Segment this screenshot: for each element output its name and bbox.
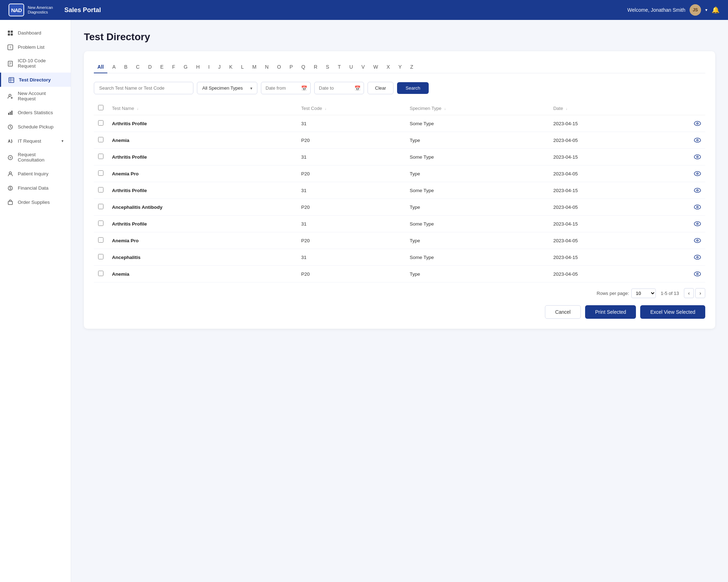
sidebar-label-order-supplies: Order Supplies — [18, 200, 50, 205]
alpha-tab-g[interactable]: G — [180, 61, 191, 73]
alpha-tab-s[interactable]: S — [322, 61, 333, 73]
alpha-tab-l[interactable]: L — [237, 61, 247, 73]
prev-page-button[interactable]: ‹ — [684, 288, 694, 298]
alpha-tab-v[interactable]: V — [358, 61, 368, 73]
alpha-tab-y[interactable]: Y — [395, 61, 405, 73]
action-footer: Cancel Print Selected Excel View Selecte… — [94, 305, 705, 319]
alpha-tab-p[interactable]: P — [286, 61, 296, 73]
specimen-type-sort-icon[interactable]: ↓ — [444, 107, 446, 111]
rows-per-page-select[interactable]: 10 25 50 — [631, 289, 656, 298]
sidebar-item-problem-list[interactable]: ! Problem List — [0, 40, 71, 54]
sidebar-item-financial-data[interactable]: $ Financial Data — [0, 181, 71, 195]
row-specimen-type: Some Type — [405, 249, 549, 266]
row-test-name: Ancephalitis Antibody — [108, 199, 297, 216]
alpha-tab-a[interactable]: A — [109, 61, 119, 73]
row-date: 2023-04-05 — [549, 266, 655, 282]
alpha-tab-c[interactable]: C — [133, 61, 143, 73]
alpha-tab-n[interactable]: N — [261, 61, 272, 73]
notification-bell-icon[interactable]: 🔔 — [712, 6, 719, 14]
alpha-tab-m[interactable]: M — [249, 61, 260, 73]
row-checkbox[interactable] — [98, 204, 103, 209]
view-row-button[interactable] — [659, 220, 701, 227]
alpha-tab-z[interactable]: Z — [407, 61, 417, 73]
alpha-tab-f[interactable]: F — [168, 61, 179, 73]
sidebar-label-it-request: IT Request — [18, 138, 41, 144]
clear-button[interactable]: Clear — [368, 82, 394, 94]
problem-list-icon: ! — [7, 44, 14, 50]
view-row-button[interactable] — [659, 237, 701, 244]
row-checkbox[interactable] — [98, 254, 103, 259]
row-checkbox[interactable] — [98, 170, 103, 176]
alpha-tab-h[interactable]: H — [193, 61, 203, 73]
svg-rect-0 — [8, 31, 10, 33]
row-date: 2023-04-05 — [549, 132, 655, 149]
alpha-tab-all[interactable]: All — [94, 61, 107, 73]
alpha-tab-t[interactable]: T — [334, 61, 344, 73]
sidebar-item-dashboard[interactable]: Dashboard — [0, 26, 71, 40]
alpha-tab-r[interactable]: R — [310, 61, 321, 73]
alpha-tab-x[interactable]: X — [383, 61, 393, 73]
view-row-button[interactable] — [659, 254, 701, 261]
row-checkbox[interactable] — [98, 137, 103, 142]
row-checkbox[interactable] — [98, 221, 103, 226]
row-date: 2023-04-05 — [549, 165, 655, 182]
test-name-sort-icon[interactable]: ↓ — [137, 107, 139, 111]
sidebar-item-new-account[interactable]: New Account Request — [0, 87, 71, 105]
row-date: 2023-04-05 — [549, 232, 655, 249]
alpha-tab-b[interactable]: B — [121, 61, 131, 73]
view-row-button[interactable] — [659, 137, 701, 144]
alpha-tab-i[interactable]: I — [205, 61, 213, 73]
date-from-input[interactable] — [261, 82, 311, 94]
alpha-tab-k[interactable]: K — [226, 61, 236, 73]
row-checkbox[interactable] — [98, 271, 103, 276]
view-row-button[interactable] — [659, 153, 701, 160]
row-test-code: P20 — [297, 232, 405, 249]
alpha-tab-o[interactable]: O — [274, 61, 285, 73]
svg-point-14 — [9, 94, 11, 96]
financial-data-icon: $ — [7, 185, 14, 191]
sidebar-item-icd10[interactable]: ICD-10 Code Request — [0, 54, 71, 73]
sidebar-item-test-directory[interactable]: Test Directory — [0, 73, 71, 87]
row-specimen-type: Type — [405, 199, 549, 216]
view-row-button[interactable] — [659, 120, 701, 127]
next-page-button[interactable]: › — [695, 288, 705, 298]
alpha-tab-e[interactable]: E — [157, 61, 167, 73]
view-row-button[interactable] — [659, 270, 701, 277]
alpha-tab-j[interactable]: J — [215, 61, 224, 73]
sidebar-item-schedule-pickup[interactable]: Schedule Pickup — [0, 120, 71, 134]
alpha-tab-d[interactable]: D — [145, 61, 155, 73]
sidebar-label-new-account: New Account Request — [18, 91, 64, 101]
print-selected-button[interactable]: Print Selected — [585, 305, 636, 319]
table-row: Anemia P20 Type 2023-04-05 — [94, 132, 705, 149]
sidebar-item-it-request[interactable]: IT Request ▾ — [0, 134, 71, 148]
topnav-right: Welcome, Jonathan Smith JS ▾ 🔔 — [627, 4, 719, 16]
date-to-input[interactable] — [314, 82, 364, 94]
sidebar-item-order-supplies[interactable]: Order Supplies — [0, 195, 71, 209]
row-checkbox[interactable] — [98, 187, 103, 192]
avatar[interactable]: JS — [690, 4, 701, 16]
cancel-button[interactable]: Cancel — [545, 305, 581, 319]
sidebar-item-request-consultation[interactable]: ? Request Consultation — [0, 148, 71, 166]
alpha-tab-u[interactable]: U — [346, 61, 357, 73]
alpha-tab-w[interactable]: W — [370, 61, 381, 73]
sidebar-item-orders-statistics[interactable]: Orders Statistics — [0, 105, 71, 120]
sidebar-item-patient-inquiry[interactable]: Patient Inquiry — [0, 166, 71, 181]
search-input[interactable] — [94, 82, 193, 94]
row-checkbox[interactable] — [98, 237, 103, 243]
date-sort-icon[interactable]: ↓ — [566, 107, 568, 111]
search-button[interactable]: Search — [397, 82, 429, 94]
select-all-checkbox[interactable] — [98, 105, 103, 110]
row-test-code: P20 — [297, 132, 405, 149]
specimen-type-select[interactable]: All Specimen Types Blood Urine Saliva Ti… — [197, 82, 257, 94]
test-code-sort-icon[interactable]: ↓ — [325, 107, 327, 111]
view-row-button[interactable] — [659, 187, 701, 194]
table-row: Anemia P20 Type 2023-04-05 — [94, 266, 705, 282]
avatar-dropdown-icon[interactable]: ▾ — [705, 7, 707, 12]
alpha-tab-q[interactable]: Q — [298, 61, 309, 73]
view-row-button[interactable] — [659, 203, 701, 211]
row-checkbox[interactable] — [98, 154, 103, 159]
view-row-button[interactable] — [659, 170, 701, 177]
excel-view-selected-button[interactable]: Excel View Selected — [640, 305, 705, 319]
table-row: Anemia Pro P20 Type 2023-04-05 — [94, 165, 705, 182]
row-checkbox[interactable] — [98, 120, 103, 126]
